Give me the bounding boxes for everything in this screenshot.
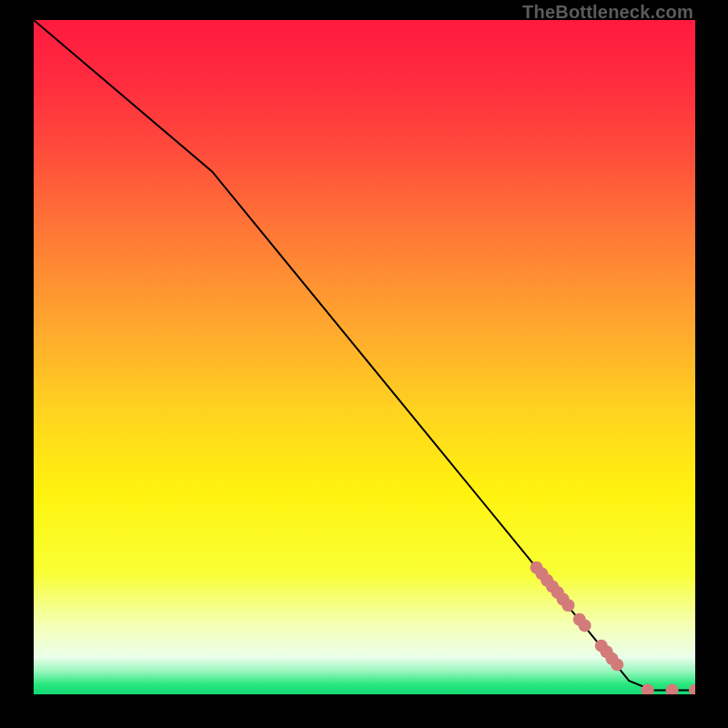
plot-area <box>34 20 695 694</box>
curve-marker <box>561 599 574 612</box>
curve-marker <box>579 619 592 632</box>
chart-stage: TheBottleneck.com <box>0 0 728 728</box>
plot-svg <box>34 20 695 694</box>
curve-marker <box>611 658 623 671</box>
